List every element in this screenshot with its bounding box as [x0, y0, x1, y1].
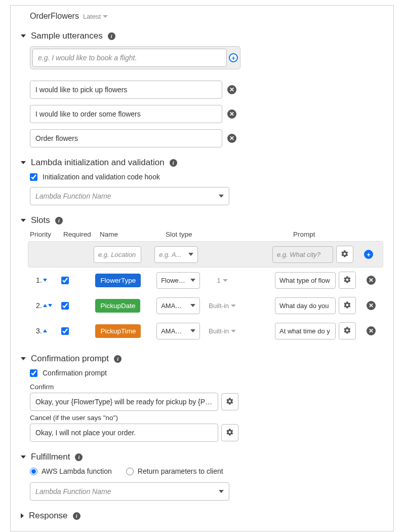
- gear-icon: [343, 276, 351, 285]
- slot-priority-number: 1.: [36, 276, 42, 284]
- slot-required-checkbox[interactable]: [61, 277, 69, 284]
- confirmation-checkbox[interactable]: [30, 369, 37, 377]
- slot-row: 3.PickupTimeAMA…Built-inAt what time do …: [30, 318, 383, 344]
- lambda-function-select[interactable]: Lambda Function Name: [30, 187, 229, 205]
- caret-down-icon: [103, 15, 108, 18]
- slot-prompt-input[interactable]: At what time do y: [275, 323, 336, 339]
- info-icon[interactable]: i: [170, 159, 177, 167]
- caret-down-icon: [223, 279, 228, 282]
- utterance-input[interactable]: [32, 49, 227, 67]
- version-label: Latest: [83, 13, 101, 20]
- remove-utterance-button[interactable]: ✕: [227, 134, 236, 143]
- caret-down-icon: [21, 357, 26, 360]
- slot-type-extra[interactable]: Built-in: [204, 327, 240, 335]
- slot-type-extra[interactable]: Built-in: [204, 302, 240, 310]
- section-fulfillment: Fulfillment i AWS Lambda function Return…: [21, 452, 383, 501]
- chevron-down-icon: [188, 253, 193, 256]
- section-title: Confirmation prompt: [31, 354, 109, 364]
- validation-hook-label: Initialization and validation code hook: [43, 173, 160, 181]
- add-utterance-button[interactable]: +: [229, 53, 238, 62]
- confirm-label: Confirm: [30, 383, 383, 391]
- slot-prompt-settings-button[interactable]: [339, 322, 356, 339]
- fulfillment-lambda-radio[interactable]: [30, 468, 37, 475]
- col-prompt: Prompt: [293, 231, 383, 238]
- slot-prompt-settings-button[interactable]: [339, 272, 356, 289]
- slot-required-checkbox[interactable]: [61, 327, 69, 335]
- slot-prompt-input[interactable]: What day do you: [275, 297, 336, 314]
- new-slot-prompt-input[interactable]: e.g. What city?: [272, 246, 333, 263]
- info-icon[interactable]: i: [114, 355, 122, 363]
- section-header-utterances[interactable]: Sample utterances i: [21, 31, 383, 41]
- slot-type-select[interactable]: Flowe…: [156, 272, 200, 289]
- remove-slot-button[interactable]: ✕: [367, 276, 376, 285]
- cancel-prompt-settings-button[interactable]: [221, 424, 238, 441]
- select-placeholder: e.g. A...: [159, 251, 181, 258]
- move-down-button[interactable]: [48, 304, 52, 307]
- chevron-down-icon: [190, 279, 195, 282]
- slot-type-value: AMA…: [161, 302, 182, 310]
- validation-hook-checkbox[interactable]: [30, 173, 37, 181]
- utterance-add-container: +: [30, 46, 240, 69]
- intent-header: OrderFlowers Latest: [21, 6, 383, 21]
- slot-new-row: e.g. A... e.g. What city? +: [28, 241, 383, 268]
- fulfillment-return-radio[interactable]: [126, 468, 134, 475]
- slot-row: 1.FlowerTypeFlowe…1What type of flow✕: [30, 268, 383, 293]
- slot-name-badge[interactable]: PickupTime: [95, 324, 141, 338]
- remove-utterance-button[interactable]: ✕: [227, 109, 236, 119]
- utterance-row: ✕: [30, 129, 383, 147]
- radio-label-text: Return parameters to client: [138, 467, 223, 475]
- slot-type-select[interactable]: AMA…: [156, 323, 200, 339]
- remove-utterance-button[interactable]: ✕: [227, 85, 236, 94]
- chevron-down-icon: [219, 195, 224, 198]
- slot-type-value: Flowe…: [161, 277, 185, 284]
- new-slot-name-input[interactable]: [94, 246, 141, 263]
- section-title: Fulfillment: [31, 452, 70, 462]
- slot-prompt-input[interactable]: What type of flow: [275, 272, 336, 289]
- info-icon[interactable]: i: [108, 32, 115, 40]
- section-response: Response i: [21, 511, 383, 521]
- caret-down-icon: [21, 161, 26, 164]
- remove-slot-button[interactable]: ✕: [367, 301, 376, 310]
- cancel-prompt-input[interactable]: Okay, I will not place your order.: [30, 424, 218, 442]
- slot-extra-label: 1: [217, 277, 221, 284]
- new-slot-type-select[interactable]: e.g. A...: [154, 246, 198, 263]
- section-header-slots[interactable]: Slots i: [21, 215, 383, 225]
- prompt-settings-button[interactable]: [336, 246, 353, 263]
- move-down-button[interactable]: [43, 279, 47, 282]
- slot-extra-label: Built-in: [209, 327, 229, 335]
- fulfillment-return-radio-label[interactable]: Return parameters to client: [126, 467, 223, 475]
- remove-slot-button[interactable]: ✕: [367, 326, 376, 335]
- section-header-fulfillment[interactable]: Fulfillment i: [21, 452, 383, 462]
- move-up-button[interactable]: [43, 304, 47, 307]
- section-header-lambda[interactable]: Lambda initialization and validation i: [21, 158, 383, 168]
- move-up-button[interactable]: [43, 329, 47, 332]
- slot-type-extra[interactable]: 1: [204, 277, 240, 284]
- gear-icon: [343, 326, 351, 336]
- info-icon[interactable]: i: [75, 453, 83, 461]
- section-header-response[interactable]: Response i: [21, 511, 383, 521]
- slot-row: 2.PickupDateAMA…Built-inWhat day do you✕: [30, 293, 383, 318]
- slot-name-badge[interactable]: PickupDate: [95, 299, 140, 313]
- fulfillment-lambda-radio-label[interactable]: AWS Lambda function: [30, 467, 112, 475]
- version-selector[interactable]: Latest: [83, 13, 108, 20]
- slot-type-select[interactable]: AMA…: [156, 297, 200, 314]
- intent-editor: OrderFlowers Latest Sample utterances i …: [10, 5, 394, 531]
- confirm-prompt-input[interactable]: Okay, your {FlowerType} will be ready fo…: [30, 393, 218, 411]
- utterance-value-input[interactable]: [30, 81, 222, 99]
- info-icon[interactable]: i: [55, 217, 63, 224]
- utterance-value-input[interactable]: [30, 105, 222, 123]
- gear-icon: [341, 250, 349, 259]
- slot-extra-label: Built-in: [209, 302, 229, 310]
- slot-name-badge[interactable]: FlowerType: [95, 274, 141, 287]
- add-slot-button[interactable]: +: [364, 250, 373, 259]
- section-header-confirmation[interactable]: Confirmation prompt i: [21, 354, 383, 364]
- confirm-prompt-settings-button[interactable]: [221, 393, 238, 410]
- utterance-value-input[interactable]: [30, 129, 222, 147]
- info-icon[interactable]: i: [73, 512, 80, 520]
- slot-prompt-settings-button[interactable]: [339, 297, 356, 314]
- fulfillment-lambda-select[interactable]: Lambda Function Name: [30, 482, 229, 501]
- slot-required-checkbox[interactable]: [61, 302, 69, 310]
- chevron-down-icon: [190, 329, 195, 332]
- section-slots: Slots i Priority Required Name Slot type…: [21, 215, 383, 344]
- col-priority: Priority: [30, 231, 61, 238]
